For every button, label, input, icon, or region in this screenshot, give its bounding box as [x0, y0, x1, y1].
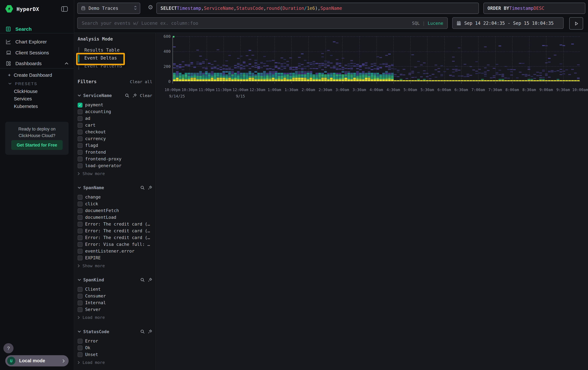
sql-select-input[interactable]: SELECT Timestamp, ServiceName, StatusCod…	[156, 3, 479, 14]
checkbox[interactable]	[78, 195, 83, 200]
filter-search-icon[interactable]	[140, 329, 145, 334]
checkbox[interactable]	[78, 352, 83, 357]
checkbox[interactable]	[78, 150, 83, 154]
filter-checkbox-item[interactable]: frontend-proxy	[78, 156, 152, 162]
filter-checkbox-item[interactable]: Error: The credit card (…	[78, 228, 152, 234]
source-settings-gear-icon[interactable]: ⚙	[148, 4, 153, 11]
checkbox[interactable]	[78, 215, 83, 220]
source-select[interactable]: Demo Traces	[77, 3, 140, 14]
filter-search-icon[interactable]	[140, 185, 145, 190]
pin-icon[interactable]	[148, 278, 152, 282]
pin-icon[interactable]	[132, 93, 137, 98]
sidebar-item-chart-explorer[interactable]: Chart Explorer	[0, 38, 74, 46]
chevron-down-icon[interactable]	[78, 187, 81, 189]
run-query-button[interactable]	[569, 17, 583, 30]
sidebar-item-client-sessions[interactable]: Client Sessions	[0, 48, 74, 57]
language-lucene[interactable]: Lucene	[428, 20, 443, 26]
search-input[interactable]: Search your events w/ Lucene ex. column:…	[77, 17, 448, 29]
filter-checkbox-item[interactable]: documentLoad	[78, 214, 152, 221]
checkbox[interactable]	[78, 116, 83, 121]
filter-checkbox-item[interactable]: Ok	[78, 344, 152, 351]
filter-checkbox-item[interactable]: Client	[78, 286, 152, 293]
filter-checkbox-item[interactable]: load-generator	[78, 162, 152, 169]
checkbox[interactable]	[78, 156, 83, 161]
help-button[interactable]: ?	[3, 343, 13, 353]
checkbox[interactable]	[78, 208, 83, 213]
pin-icon[interactable]	[148, 185, 152, 190]
filter-checkbox-item[interactable]: click	[78, 200, 152, 207]
filter-checkbox-item[interactable]: Error: Visa cache full: …	[78, 241, 152, 248]
filter-checkbox-item[interactable]: Unset	[78, 351, 152, 358]
filter-checkbox-item[interactable]: eventListener.error	[78, 248, 152, 254]
checkbox[interactable]	[78, 130, 83, 134]
checkbox[interactable]	[78, 255, 83, 260]
chevron-down-icon[interactable]	[78, 279, 81, 281]
presets-toggle[interactable]: PRESETS	[8, 81, 37, 86]
filter-checkbox-item[interactable]: Server	[78, 306, 152, 313]
language-sql[interactable]: SQL	[412, 20, 420, 26]
filter-checkbox-item[interactable]: Internal	[78, 299, 152, 306]
checkbox[interactable]	[78, 300, 83, 305]
filter-checkbox-item[interactable]: cart	[78, 122, 152, 129]
filter-checkbox-item[interactable]: EXPIRE	[78, 254, 152, 261]
checkbox[interactable]	[78, 136, 83, 141]
brand[interactable]: HyperDX	[5, 5, 39, 13]
analysis-mode-event-patterns[interactable]: Event Patterns	[78, 62, 152, 70]
filter-show-more[interactable]: Load more	[78, 314, 152, 320]
duration-heatmap-canvas[interactable]	[172, 36, 580, 89]
collapse-sidebar-icon[interactable]	[61, 6, 68, 12]
checkbox[interactable]	[78, 109, 83, 114]
filter-show-more[interactable]: Show more	[78, 170, 152, 177]
filter-checkbox-item[interactable]: currency	[78, 135, 152, 142]
checkbox[interactable]	[78, 143, 83, 148]
checkbox[interactable]	[78, 287, 83, 292]
filter-checkbox-item[interactable]: flagd	[78, 142, 152, 149]
language-toggle[interactable]: SQL | Lucene	[412, 20, 443, 26]
preset-clickhouse[interactable]: ClickHouse	[14, 89, 38, 94]
checkbox[interactable]	[78, 163, 83, 168]
filter-search-icon[interactable]	[125, 93, 129, 98]
checkbox[interactable]	[78, 242, 83, 247]
analysis-mode-results-table[interactable]: Results Table	[78, 47, 152, 54]
sidebar-item-dashboards[interactable]: Dashboards	[0, 59, 74, 67]
checkbox[interactable]	[78, 249, 83, 253]
filter-checkbox-item[interactable]: frontend	[78, 149, 152, 156]
checkbox[interactable]	[78, 339, 83, 343]
filter-checkbox-item[interactable]: ad	[78, 115, 152, 122]
local-mode-button[interactable]: U Local mode	[5, 355, 69, 366]
filter-checkbox-item[interactable]: documentFetch	[78, 207, 152, 214]
checkbox[interactable]: ✓	[78, 102, 83, 107]
checkbox[interactable]	[78, 201, 83, 206]
filter-checkbox-item[interactable]: checkout	[78, 129, 152, 135]
create-dashboard-button[interactable]: + Create Dashboard	[8, 72, 52, 78]
pin-icon[interactable]	[148, 329, 152, 334]
order-by-input[interactable]: ORDER BY Timestamp DESC	[483, 3, 585, 14]
analysis-mode-event-deltas[interactable]: Event Deltas	[78, 54, 152, 62]
checkbox[interactable]	[78, 229, 83, 233]
checkbox[interactable]	[78, 294, 83, 298]
filter-checkbox-item[interactable]: change	[78, 194, 152, 200]
checkbox[interactable]	[78, 307, 83, 312]
preset-services[interactable]: Services	[14, 96, 32, 102]
filter-checkbox-item[interactable]: accounting	[78, 108, 152, 115]
checkbox[interactable]	[78, 123, 83, 128]
clear-all-button[interactable]: Clear all	[130, 79, 152, 84]
filter-clear-button[interactable]: Clear	[140, 93, 152, 98]
filter-checkbox-item[interactable]: Error: The credit card (…	[78, 234, 152, 241]
sidebar-item-search[interactable]: Search	[0, 25, 74, 33]
chevron-down-icon[interactable]	[78, 330, 81, 333]
checkbox[interactable]	[78, 235, 83, 240]
filter-checkbox-item[interactable]: ✓ payment	[78, 101, 152, 108]
chevron-down-icon[interactable]	[78, 94, 81, 97]
filter-show-more[interactable]: Show more	[78, 263, 152, 269]
preset-kubernetes[interactable]: Kubernetes	[14, 104, 38, 109]
filter-show-more[interactable]: Load more	[78, 359, 152, 365]
filter-checkbox-item[interactable]: Error	[78, 338, 152, 344]
filter-checkbox-item[interactable]: Error: The credit card (…	[78, 221, 152, 228]
checkbox[interactable]	[78, 345, 83, 350]
filter-search-icon[interactable]	[140, 278, 145, 282]
date-range-picker[interactable]: Sep 14 22:04:35 - Sep 15 10:04:35	[452, 17, 564, 29]
checkbox[interactable]	[78, 222, 83, 227]
get-started-button[interactable]: Get Started for Free	[11, 140, 63, 150]
filter-checkbox-item[interactable]: Consumer	[78, 293, 152, 299]
